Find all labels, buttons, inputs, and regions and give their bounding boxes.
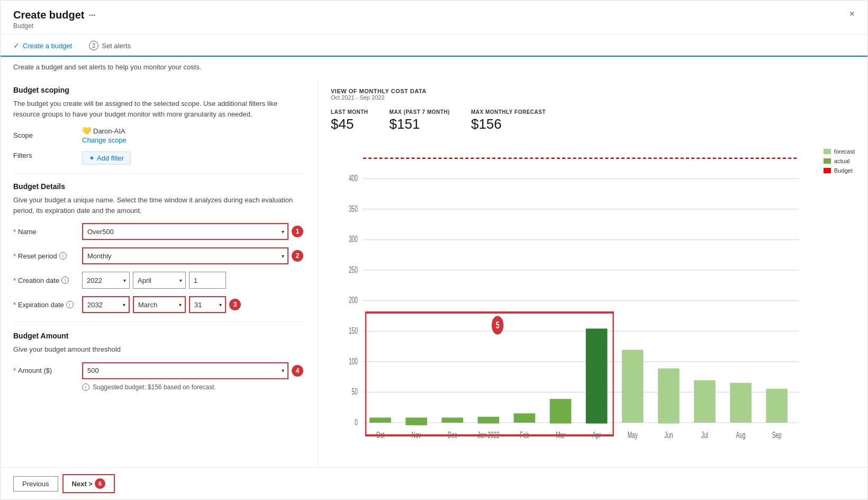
reset-dropdown-icon: ▾ bbox=[282, 253, 284, 259]
svg-text:350: 350 bbox=[349, 204, 358, 213]
last-month-label: LAST MONTH bbox=[331, 109, 368, 115]
expiration-year-wrapper[interactable]: 2032 ▾ bbox=[82, 296, 130, 313]
budget-scoping-desc: The budget you create will be assigned t… bbox=[13, 99, 305, 119]
budget-swatch bbox=[824, 168, 831, 173]
budget-details-title: Budget Details bbox=[13, 182, 305, 191]
scope-icon: 💛 bbox=[82, 127, 91, 135]
creation-month-select[interactable]: April bbox=[133, 272, 167, 288]
step-create-label: Create a budget bbox=[23, 42, 72, 50]
creation-day-input[interactable] bbox=[189, 272, 226, 289]
scope-row: Scope 💛 Daron-AIA Change scope bbox=[13, 127, 305, 144]
forecast-swatch bbox=[824, 149, 831, 154]
creation-year-wrapper[interactable]: 2022 ▾ bbox=[82, 272, 130, 289]
amount-input[interactable] bbox=[83, 363, 287, 378]
scope-label: Scope bbox=[13, 131, 82, 139]
svg-text:0: 0 bbox=[355, 417, 358, 427]
svg-text:Mar: Mar bbox=[556, 430, 565, 440]
previous-button[interactable]: Previous bbox=[13, 476, 58, 492]
name-row: * Name Over500 ▾ 1 bbox=[13, 223, 305, 240]
bar-aug-forecast bbox=[730, 383, 752, 423]
filters-label: Filters bbox=[13, 151, 82, 159]
svg-text:150: 150 bbox=[349, 326, 358, 336]
creation-year-select[interactable]: 2022 bbox=[83, 272, 117, 288]
amount-label: * Amount ($) bbox=[13, 367, 82, 374]
chart-legend: forecast actual Budget bbox=[815, 143, 855, 457]
change-scope-link[interactable]: Change scope bbox=[82, 136, 126, 144]
page-subtitle: Create a budget and set alerts to help y… bbox=[1, 57, 867, 77]
chart-svg-area: 0 50 100 150 200 250 300 350 400 bbox=[331, 143, 815, 457]
bar-mar-actual bbox=[550, 399, 572, 423]
reset-period-select[interactable]: Monthly bbox=[83, 248, 126, 263]
reset-select-wrapper[interactable]: Monthly ▾ bbox=[82, 247, 288, 264]
max-past-label: MAX (PAST 7 MONTH) bbox=[390, 109, 450, 115]
chart-container: 0 50 100 150 200 250 300 350 400 bbox=[331, 143, 855, 457]
name-select-wrapper[interactable]: Over500 ▾ bbox=[82, 223, 288, 240]
reset-period-label: * Reset period i bbox=[13, 252, 82, 260]
close-button[interactable]: × bbox=[849, 9, 855, 19]
bar-jun-forecast bbox=[658, 369, 680, 424]
svg-text:Nov: Nov bbox=[412, 430, 421, 440]
creation-month-wrapper[interactable]: April ▾ bbox=[133, 272, 186, 289]
page-title: Create budget bbox=[13, 9, 84, 21]
expiration-month-wrapper[interactable]: March ▾ bbox=[133, 296, 186, 313]
expiration-date-info-icon[interactable]: i bbox=[66, 301, 74, 308]
reset-badge: 2 bbox=[292, 250, 303, 262]
filters-row: Filters ✦ Add filter bbox=[13, 151, 305, 165]
expiration-year-select[interactable]: 2032 bbox=[83, 297, 117, 312]
bar-dec-actual bbox=[441, 417, 463, 423]
amount-row: * Amount ($) ▾ 4 bbox=[13, 362, 305, 379]
bar-feb-actual bbox=[514, 413, 536, 423]
name-select[interactable]: Over500 bbox=[83, 224, 129, 239]
step-set-alerts[interactable]: 2 Set alerts bbox=[89, 41, 131, 56]
add-filter-button[interactable]: ✦ Add filter bbox=[82, 151, 131, 165]
svg-text:Jun: Jun bbox=[664, 430, 673, 440]
amount-required: * bbox=[13, 367, 16, 374]
legend-forecast: forecast bbox=[824, 148, 855, 155]
amount-wrapper[interactable]: ▾ bbox=[82, 362, 288, 379]
max-forecast-value: $156 bbox=[471, 116, 546, 132]
expiration-day-select[interactable]: 31 bbox=[190, 297, 217, 312]
step-number-icon: 2 bbox=[89, 41, 98, 50]
budget-label: Budget bbox=[834, 167, 853, 174]
add-filter-label: Add filter bbox=[97, 154, 124, 162]
suggested-budget: i Suggested budget: $156 based on foreca… bbox=[82, 383, 305, 391]
next-button[interactable]: Next > 6 bbox=[62, 474, 115, 493]
svg-text:200: 200 bbox=[349, 296, 358, 305]
main-content: Budget scoping The budget you create wil… bbox=[1, 77, 867, 467]
svg-text:Apr: Apr bbox=[592, 430, 601, 440]
reset-info-icon[interactable]: i bbox=[59, 252, 67, 260]
expiration-month-select[interactable]: March bbox=[134, 297, 173, 312]
name-badge: 1 bbox=[292, 226, 303, 237]
expiration-day-arrow: ▾ bbox=[219, 302, 222, 308]
creation-month-arrow: ▾ bbox=[179, 278, 182, 283]
name-dropdown-icon: ▾ bbox=[282, 229, 284, 235]
creation-required: * bbox=[13, 276, 16, 284]
stats-row: LAST MONTH $45 MAX (PAST 7 MONTH) $151 M… bbox=[331, 109, 855, 132]
last-month-value: $45 bbox=[331, 116, 368, 132]
header-dots[interactable]: ··· bbox=[88, 11, 95, 20]
bar-jan-actual bbox=[478, 417, 500, 424]
budget-amount-title: Budget Amount bbox=[13, 332, 305, 340]
header: Create budget ··· Budget × bbox=[1, 1, 867, 34]
creation-year-arrow: ▾ bbox=[123, 278, 126, 283]
expiration-required: * bbox=[13, 301, 16, 309]
svg-text:400: 400 bbox=[349, 174, 358, 183]
svg-text:250: 250 bbox=[349, 265, 358, 274]
expiration-badge: 3 bbox=[229, 299, 241, 310]
svg-text:100: 100 bbox=[349, 356, 358, 366]
step-create-budget[interactable]: ✓ Create a budget bbox=[13, 41, 72, 57]
amount-badge: 4 bbox=[292, 365, 303, 377]
expiration-date-row: * Expiration date i 2032 ▾ bbox=[13, 296, 305, 313]
last-month-stat: LAST MONTH $45 bbox=[331, 109, 368, 132]
budget-details-desc: Give your budget a unique name. Select t… bbox=[13, 195, 305, 216]
chart-date-range: Oct 2021 - Sep 2022 bbox=[331, 94, 855, 101]
actual-label: actual bbox=[834, 158, 849, 164]
budget-scoping-section: Budget scoping The budget you create wil… bbox=[13, 86, 305, 165]
svg-text:Aug: Aug bbox=[736, 430, 746, 440]
expiration-day-wrapper[interactable]: 31 ▾ bbox=[189, 296, 226, 313]
header-left: Create budget ··· Budget bbox=[13, 9, 96, 30]
actual-swatch bbox=[824, 158, 831, 164]
next-badge: 6 bbox=[95, 478, 105, 489]
bar-apr-actual bbox=[586, 328, 608, 423]
creation-date-info-icon[interactable]: i bbox=[61, 276, 69, 284]
